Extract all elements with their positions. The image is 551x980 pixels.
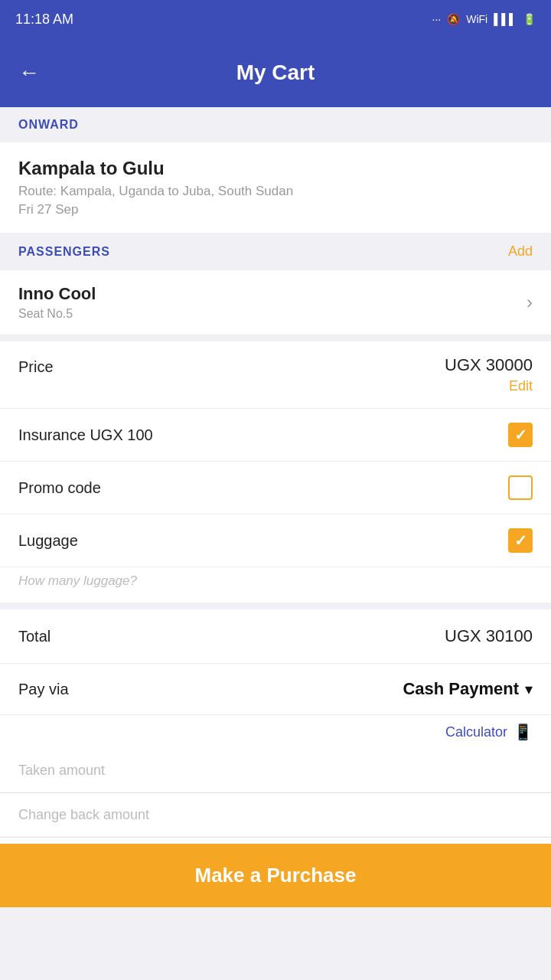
- header: ← My Cart: [0, 38, 551, 107]
- mute-icon: 🔕: [447, 13, 460, 25]
- change-back-amount-input[interactable]: [0, 793, 551, 838]
- route-info: Kampala to Gulu Route: Kampala, Uganda t…: [0, 142, 551, 233]
- onward-section-label: ONWARD: [0, 107, 551, 142]
- price-row: Price UGX 30000 Edit: [0, 341, 551, 409]
- calculator-button[interactable]: Calculator: [445, 724, 507, 740]
- calculator-icon[interactable]: 📱: [514, 723, 533, 741]
- pay-via-label: Pay via: [18, 681, 69, 698]
- promo-code-label: Promo code: [18, 479, 101, 497]
- insurance-checkbox[interactable]: [508, 423, 533, 447]
- pay-via-row: Pay via Cash Payment ▾: [0, 664, 551, 715]
- promo-code-checkbox[interactable]: [508, 475, 533, 500]
- add-passenger-button[interactable]: Add: [508, 243, 533, 260]
- price-edit-button[interactable]: Edit: [445, 378, 533, 394]
- pay-via-selector[interactable]: Cash Payment ▾: [403, 679, 533, 699]
- calculator-row: Calculator 📱: [0, 715, 551, 749]
- signal-dots-icon: ···: [432, 13, 442, 25]
- wifi-icon: WiFi: [466, 13, 487, 25]
- luggage-hint: How many luggage?: [0, 567, 551, 603]
- page-title: My Cart: [55, 60, 496, 85]
- route-title: Kampala to Gulu: [18, 158, 533, 179]
- dropdown-arrow-icon: ▾: [525, 680, 533, 698]
- luggage-label: Luggage: [18, 532, 78, 550]
- thick-divider-1: [0, 335, 551, 341]
- price-right: UGX 30000 Edit: [445, 355, 533, 394]
- total-value: UGX 30100: [445, 626, 533, 646]
- passenger-info: Inno Cool Seat No.5: [18, 284, 96, 321]
- passengers-label: PASSENGERS: [18, 245, 110, 259]
- total-label: Total: [18, 628, 51, 645]
- signal-bars-icon: ▌▌▌: [494, 13, 517, 25]
- status-icons: ··· 🔕 WiFi ▌▌▌ 🔋: [432, 13, 536, 25]
- passenger-row[interactable]: Inno Cool Seat No.5 ›: [0, 270, 551, 335]
- route-subtitle: Route: Kampala, Uganda to Juba, South Su…: [18, 184, 533, 199]
- route-date: Fri 27 Sep: [18, 202, 533, 217]
- make-purchase-button[interactable]: Make a Purchase: [0, 844, 551, 907]
- insurance-label: Insurance UGX 100: [18, 426, 153, 444]
- promo-code-row: Promo code: [0, 462, 551, 514]
- thick-divider-2: [0, 603, 551, 609]
- passengers-section-header: PASSENGERS Add: [0, 233, 551, 270]
- price-label: Price: [18, 355, 54, 376]
- taken-amount-input[interactable]: [0, 749, 551, 793]
- insurance-row: Insurance UGX 100: [0, 409, 551, 462]
- battery-icon: 🔋: [523, 13, 536, 25]
- luggage-checkbox[interactable]: [508, 528, 533, 553]
- content: ONWARD Kampala to Gulu Route: Kampala, U…: [0, 107, 551, 907]
- passenger-chevron-icon: ›: [527, 292, 533, 313]
- pay-via-value: Cash Payment: [403, 679, 519, 699]
- passenger-name: Inno Cool: [18, 284, 96, 304]
- passenger-seat: Seat No.5: [18, 307, 96, 321]
- back-button[interactable]: ←: [18, 60, 40, 85]
- status-bar: 11:18 AM ··· 🔕 WiFi ▌▌▌ 🔋: [0, 0, 551, 38]
- status-time: 11:18 AM: [15, 11, 73, 28]
- price-value: UGX 30000: [445, 355, 533, 374]
- luggage-row: Luggage: [0, 514, 551, 567]
- total-row: Total UGX 30100: [0, 609, 551, 664]
